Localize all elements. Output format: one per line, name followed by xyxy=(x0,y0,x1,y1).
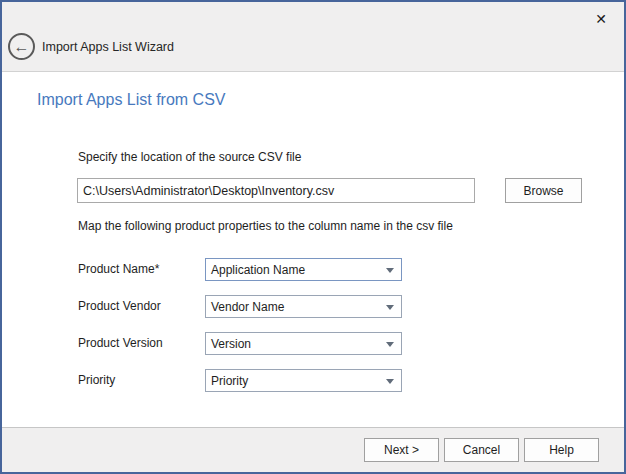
chevron-down-icon xyxy=(386,342,394,347)
map-instruction-label: Map the following product properties to … xyxy=(78,219,453,233)
close-button[interactable]: ✕ xyxy=(590,8,612,30)
browse-button-label: Browse xyxy=(523,184,563,198)
source-file-label: Specify the location of the source CSV f… xyxy=(78,150,301,164)
wizard-title: Import Apps List Wizard xyxy=(42,33,174,60)
product-version-combobox[interactable]: Version xyxy=(205,332,402,355)
product-name-combobox[interactable]: Application Name xyxy=(205,258,402,281)
cancel-button[interactable]: Cancel xyxy=(444,438,519,462)
chevron-down-icon xyxy=(386,268,394,273)
priority-value: Priority xyxy=(211,374,248,388)
next-button-label: Next > xyxy=(384,443,419,457)
wizard-header: ✕ ← Import Apps List Wizard xyxy=(2,2,624,72)
next-button[interactable]: Next > xyxy=(364,438,439,462)
priority-combobox[interactable]: Priority xyxy=(205,369,402,392)
product-version-label: Product Version xyxy=(78,336,163,350)
product-vendor-combobox[interactable]: Vendor Name xyxy=(205,295,402,318)
priority-label: Priority xyxy=(78,373,115,387)
cancel-button-label: Cancel xyxy=(463,443,500,457)
product-vendor-label: Product Vendor xyxy=(78,299,161,313)
chevron-down-icon xyxy=(386,379,394,384)
chevron-down-icon xyxy=(386,305,394,310)
product-name-value: Application Name xyxy=(211,263,305,277)
help-button-label: Help xyxy=(549,443,574,457)
import-wizard-dialog: ✕ ← Import Apps List Wizard Import Apps … xyxy=(0,0,626,474)
csv-path-input[interactable] xyxy=(77,178,475,203)
back-button[interactable]: ← xyxy=(8,33,35,60)
product-name-label: Product Name* xyxy=(78,262,159,276)
product-vendor-value: Vendor Name xyxy=(211,300,284,314)
page-title: Import Apps List from CSV xyxy=(37,91,226,109)
product-version-value: Version xyxy=(211,337,251,351)
help-button[interactable]: Help xyxy=(524,438,599,462)
close-icon: ✕ xyxy=(595,12,607,26)
browse-button[interactable]: Browse xyxy=(505,178,582,203)
footer-bar: Next > Cancel Help xyxy=(2,427,624,472)
back-arrow-icon: ← xyxy=(14,39,30,55)
